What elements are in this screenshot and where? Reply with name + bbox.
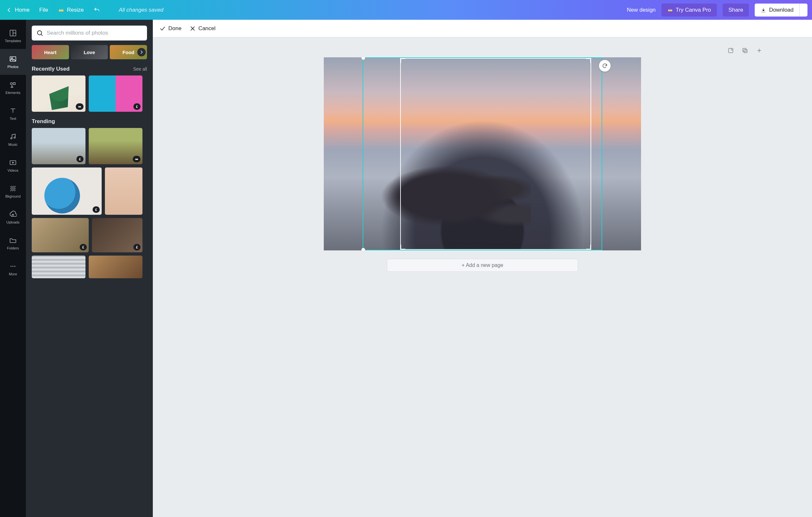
resize-handle-top-left[interactable] xyxy=(361,56,365,60)
svg-rect-20 xyxy=(743,48,746,52)
badge-price: £ xyxy=(134,244,141,250)
thumb-barista[interactable] xyxy=(89,255,142,278)
thumb-friends[interactable] xyxy=(89,128,142,164)
panel-collapse-handle[interactable] xyxy=(152,143,153,172)
thumb-blind[interactable] xyxy=(32,255,85,278)
duplicate-page-button[interactable] xyxy=(741,46,749,55)
topbar-left: Home File Resize All changes saved xyxy=(6,7,164,13)
svg-point-14 xyxy=(37,31,42,35)
search-box[interactable] xyxy=(32,26,147,40)
share-label: Share xyxy=(728,7,743,13)
rail-item-more[interactable]: More xyxy=(0,256,26,282)
save-status: All changes saved xyxy=(119,7,164,13)
rail-item-videos[interactable]: Videos xyxy=(0,153,26,179)
text-icon xyxy=(9,107,17,115)
topbar-right: New design Try Canva Pro Share Download xyxy=(627,4,808,17)
rail-label: Photos xyxy=(7,65,19,69)
thumb-earth[interactable]: £ xyxy=(32,167,102,215)
rail-label: Folders xyxy=(7,246,19,250)
done-button[interactable]: Done xyxy=(159,25,182,32)
svg-rect-6 xyxy=(13,83,15,85)
rail-label: Videos xyxy=(7,168,18,172)
svg-rect-19 xyxy=(744,50,747,53)
done-label: Done xyxy=(168,25,182,32)
download-button[interactable]: Download xyxy=(755,4,800,17)
rail-label: More xyxy=(9,272,17,276)
share-button[interactable]: Share xyxy=(723,4,749,17)
svg-point-12 xyxy=(12,266,13,267)
resize-menu[interactable]: Resize xyxy=(58,7,84,13)
canvas-scroll[interactable]: + Add a new page xyxy=(153,37,812,517)
cancel-label: Cancel xyxy=(199,25,215,32)
undo-icon xyxy=(93,7,100,13)
badge-price: £ xyxy=(134,103,141,110)
new-design-label: New design xyxy=(627,7,656,13)
crop-stage[interactable] xyxy=(362,57,602,250)
rotate-icon xyxy=(602,63,608,69)
crop-corner-top-left[interactable] xyxy=(400,58,405,63)
videos-icon xyxy=(9,159,17,166)
canvas-area: Done Cancel xyxy=(153,20,812,517)
pill-heart[interactable]: Heart xyxy=(32,45,69,59)
duplicate-icon xyxy=(742,47,748,54)
rail-item-uploads[interactable]: Uploads xyxy=(0,205,26,230)
svg-rect-18 xyxy=(728,48,733,53)
crop-corner-top-right[interactable] xyxy=(586,58,591,63)
category-pills: Heart Love Food xyxy=(32,45,147,59)
templates-icon xyxy=(9,29,17,37)
left-rail: Templates Photos Elements Text Music Vid… xyxy=(0,20,26,517)
svg-marker-10 xyxy=(12,162,14,164)
thumb-kitchen[interactable]: £ xyxy=(32,218,89,252)
crop-toolbar: Done Cancel xyxy=(153,20,812,37)
add-new-page-button[interactable]: + Add a new page xyxy=(387,259,578,272)
pill-label: Heart xyxy=(44,50,56,55)
file-menu[interactable]: File xyxy=(39,7,48,13)
badge-price: £ xyxy=(80,244,87,250)
photos-panel: Heart Love Food Recently Used See all £ … xyxy=(26,20,153,517)
svg-point-5 xyxy=(10,83,12,85)
crop-corner-bottom-right[interactable] xyxy=(586,245,591,250)
home-button[interactable]: Home xyxy=(6,7,29,13)
notes-button[interactable] xyxy=(727,46,735,55)
rail-item-bkground[interactable]: Bkground xyxy=(0,179,26,205)
badge-price: £ xyxy=(93,206,100,213)
thumb-leaf[interactable] xyxy=(32,76,85,112)
cancel-button[interactable]: Cancel xyxy=(190,25,215,32)
rail-item-folders[interactable]: Folders xyxy=(0,230,26,256)
rail-item-templates[interactable]: Templates xyxy=(0,23,26,49)
uploads-icon xyxy=(9,211,17,218)
thumb-fire[interactable]: £ xyxy=(92,218,142,252)
svg-point-8 xyxy=(14,137,15,138)
search-icon xyxy=(36,29,44,36)
pill-label: Love xyxy=(84,50,95,55)
download-dropdown[interactable] xyxy=(800,4,808,17)
rail-item-text[interactable]: Text xyxy=(0,101,26,127)
check-icon xyxy=(159,25,166,32)
try-pro-button[interactable]: Try Canva Pro xyxy=(662,4,717,17)
see-all-recent[interactable]: See all xyxy=(133,66,147,72)
resize-label: Resize xyxy=(67,7,84,13)
thumb-flowers[interactable]: £ xyxy=(89,76,142,112)
undo-button[interactable] xyxy=(93,7,100,13)
thumb-girl[interactable] xyxy=(105,167,142,215)
rotate-button[interactable] xyxy=(599,60,611,72)
section-title-recent: Recently Used xyxy=(32,66,69,72)
pill-love[interactable]: Love xyxy=(71,45,108,59)
pill-scroll-right[interactable] xyxy=(137,48,146,56)
chevron-left-icon xyxy=(6,7,12,13)
rail-item-elements[interactable]: Elements xyxy=(0,75,26,101)
crop-corner-bottom-left[interactable] xyxy=(400,245,405,250)
badge-crown xyxy=(133,156,141,162)
search-input[interactable] xyxy=(47,30,142,36)
crop-frame[interactable] xyxy=(400,58,591,250)
resize-handle-bottom-left[interactable] xyxy=(361,248,365,252)
badge-price: £ xyxy=(77,156,84,162)
rail-item-music[interactable]: Music xyxy=(0,127,26,153)
note-icon xyxy=(727,47,734,54)
new-design-button[interactable]: New design xyxy=(627,7,656,13)
thumb-cook[interactable]: £ xyxy=(32,128,85,164)
rail-item-photos[interactable]: Photos xyxy=(0,49,26,75)
more-icon xyxy=(9,263,17,270)
add-page-button[interactable] xyxy=(755,46,763,55)
rail-label: Text xyxy=(10,117,16,120)
